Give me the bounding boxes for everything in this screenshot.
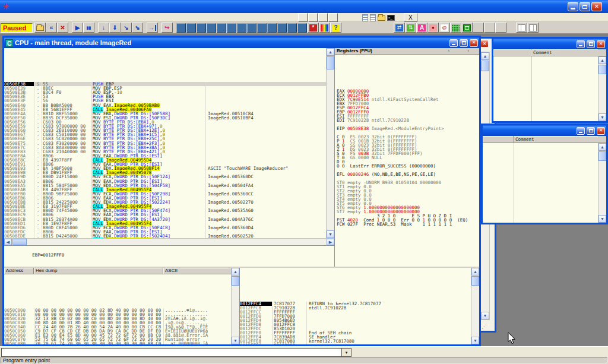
plugin-button[interactable]	[328, 13, 338, 22]
register-line[interactable]: EDI 7C910228 ntdll.7C910228	[337, 118, 479, 122]
pane-letter-button[interactable]	[227, 23, 236, 33]
scroll-thumb[interactable]	[327, 56, 334, 69]
scroll-down-icon[interactable]: ▼	[471, 337, 479, 344]
pane-letter-button[interactable]	[237, 23, 246, 33]
plugin-close-button[interactable]: X	[404, 13, 417, 22]
close-program-button[interactable]: ✕	[57, 23, 68, 33]
menu-item[interactable]	[50, 13, 58, 22]
stack-row[interactable]: 0012FFEC00000000	[240, 343, 471, 344]
scroll-up-icon[interactable]: ▲	[471, 268, 479, 276]
hscroll-thumb[interactable]	[12, 239, 27, 245]
pane-letter-button[interactable]	[197, 23, 206, 33]
scroll-thumb[interactable]	[481, 61, 489, 71]
minimize-button[interactable]	[577, 127, 585, 135]
cpu-maximize-button[interactable]	[460, 39, 468, 47]
panes-layout-button[interactable]	[516, 23, 527, 33]
restart-button[interactable]: «	[46, 23, 57, 33]
close-button[interactable]: ✕	[597, 40, 605, 48]
pane-letter-button[interactable]	[176, 23, 186, 33]
menu-item[interactable]	[58, 13, 66, 22]
register-line[interactable]: O 0 LastErr ERROR_SUCCESS (00000000)	[337, 164, 479, 168]
menu-item[interactable]	[8, 13, 17, 22]
maximize-button[interactable]	[587, 127, 595, 135]
step-over-button[interactable]: ⇓	[109, 23, 121, 33]
appearance-button[interactable]	[319, 23, 330, 33]
restore-button[interactable]	[580, 2, 590, 11]
registers-header-buttons[interactable]: ‹ ‹	[448, 48, 477, 54]
scroll-thumb[interactable]	[598, 151, 606, 161]
disasm-pane[interactable]: 00508E38$55PUSH EBP 00508E39.8BECMOV EBP…	[4, 48, 326, 238]
menu-item[interactable]	[66, 13, 75, 22]
run-button[interactable]: ▶	[72, 23, 83, 33]
stack-scrollbar[interactable]: ▲ ▼	[471, 268, 479, 344]
dump-row[interactable]: 0050C08020 20 61 74 20 30 30 30 30 30 30…	[4, 341, 231, 344]
background-window-close-button[interactable]: ✕	[480, 40, 489, 48]
scroll-down-icon[interactable]: ▼	[481, 312, 489, 319]
scroll-left-icon[interactable]: ◀	[4, 239, 12, 245]
disasm-row[interactable]: 00508E3B.83C4 F0ADD ESP,-10	[4, 90, 326, 94]
scroll-up-icon[interactable]: ▲	[481, 52, 489, 60]
menu-item[interactable]	[42, 13, 50, 22]
combobox-dropdown-icon[interactable]: ▼	[341, 349, 351, 356]
pane-letter-button[interactable]	[247, 23, 256, 33]
open-file-button[interactable]	[34, 23, 46, 33]
maximize-button[interactable]	[587, 40, 595, 48]
comment-window-2-titlebar[interactable]: ✕	[483, 125, 606, 136]
pane-letter-button[interactable]	[217, 23, 226, 33]
scroll-up-icon[interactable]: ▲	[232, 268, 239, 276]
pause-button[interactable]: ▮▮	[83, 23, 94, 33]
blank-button[interactable]	[484, 23, 495, 33]
blank-button[interactable]	[495, 23, 506, 33]
stack-pane[interactable]: 0012FFC47C817077RETURN to kernel32.7C817…	[239, 268, 479, 344]
dump-pane[interactable]: AddressHex dumpASCII 0050C00000 00 00 00…	[4, 268, 239, 344]
disasm-scrollbar[interactable]: ▲ ▼	[326, 48, 334, 238]
assemble-button[interactable]: A	[416, 23, 428, 33]
scroll-thumb[interactable]	[598, 65, 606, 74]
minimize-button[interactable]	[568, 2, 578, 11]
step-into-button[interactable]: ↓	[98, 23, 109, 33]
pane-letter-button[interactable]	[257, 23, 267, 33]
register-line[interactable]: EIP 00508E38 ImageRed.<ModuleEntryPoint>	[337, 126, 479, 131]
close-button[interactable]: ✕	[591, 2, 602, 11]
updown-button[interactable]: ⇅	[405, 23, 416, 33]
resize-grip[interactable]: ⋰	[482, 324, 487, 330]
cpu-close-button[interactable]: ✕	[470, 39, 478, 47]
info-pane[interactable]: EBP=0012FFF0	[4, 245, 334, 267]
panes-layout-button2[interactable]	[527, 23, 539, 33]
scroll-right-icon[interactable]: ▶	[327, 239, 334, 245]
swap-button[interactable]: ⇄	[394, 23, 405, 33]
disasm-hscrollbar[interactable]: ◀ ▶	[4, 238, 334, 245]
comment-window-2-body[interactable]	[483, 143, 598, 223]
spiral-button[interactable]: @	[439, 23, 450, 33]
main-titlebar[interactable]: ✳ ✕	[0, 0, 608, 13]
scroll-thumb[interactable]	[471, 276, 479, 286]
notes-icon[interactable]	[362, 14, 368, 21]
cpu-titlebar[interactable]: C CPU - main thread, module ImageRed ✕	[4, 37, 479, 48]
help-button[interactable]: ?	[330, 23, 341, 33]
pane-letter-button[interactable]	[207, 23, 216, 33]
options-button[interactable]: *	[308, 23, 319, 33]
animate-into-button[interactable]: ↘	[121, 23, 132, 33]
comment-window-1-scrollbar[interactable]: ▲ ▼	[598, 56, 606, 121]
plugin-button[interactable]	[298, 13, 308, 22]
menu-item[interactable]	[17, 13, 25, 22]
comment-window-1-titlebar[interactable]: ✕	[493, 39, 606, 49]
plugin-button[interactable]	[308, 13, 318, 22]
minimize-button[interactable]	[577, 40, 585, 48]
register-line[interactable]: EFL 00000246 (NO,NB,E,BE,NS,PE,GE,LE)	[337, 172, 479, 176]
pane-letter-button[interactable]	[277, 23, 287, 33]
log-icon[interactable]	[370, 14, 376, 21]
command-input[interactable]	[2, 349, 341, 356]
record-button[interactable]: ●	[428, 23, 439, 33]
scroll-down-icon[interactable]: ▼	[327, 230, 334, 238]
menu-item[interactable]	[25, 13, 33, 22]
dump-scrollbar[interactable]: ▲ ▼	[231, 268, 239, 344]
registers-pane[interactable]: Registers (FPU)‹ ‹ EAX 00000000ECX 0012F…	[334, 48, 479, 267]
scroll-down-icon[interactable]: ▼	[598, 215, 606, 223]
pane-letter-button[interactable]	[186, 23, 196, 33]
console-icon[interactable]: >_	[387, 15, 395, 21]
disasm-row[interactable]: 00508E3E.53PUSH EBX	[4, 94, 326, 99]
plugin-button[interactable]	[318, 13, 328, 22]
cpu-minimize-button[interactable]	[449, 39, 458, 47]
scroll-up-icon[interactable]: ▲	[598, 143, 606, 151]
